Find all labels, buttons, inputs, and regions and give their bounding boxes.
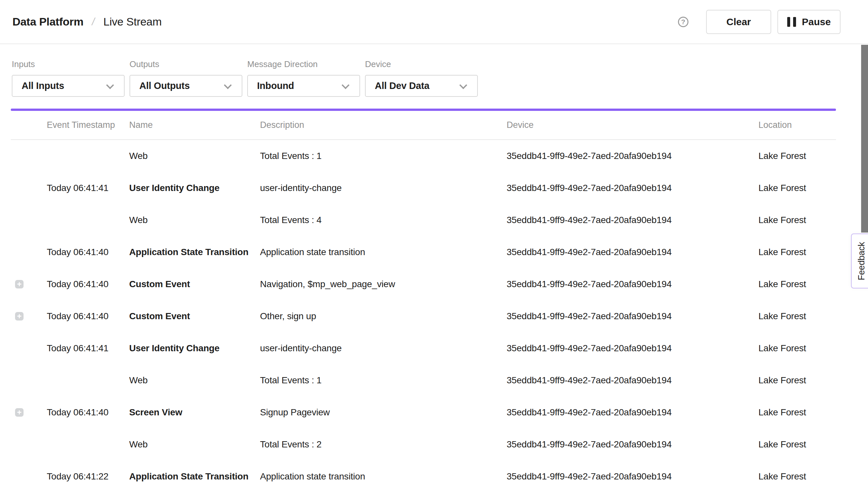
table-row: + Web Total Events : 1 35eddb41-9ff9-49e… (11, 140, 836, 172)
event-timestamp-cell: Today 06:41:41 (47, 183, 129, 193)
event-location-cell: Lake Forest (758, 183, 836, 193)
top-bar: Data Platform / Live Stream ? Clear Paus… (0, 0, 868, 44)
event-device-cell: 35eddb41-9ff9-49e2-7aed-20afa90eb194 (506, 311, 758, 322)
event-timestamp-cell: Today 06:41:40 (47, 407, 129, 418)
column-header-event-timestamp: Event Timestamp (47, 120, 129, 130)
event-timestamp-cell: Today 06:41:41 (47, 343, 129, 354)
device-filter-label: Device (365, 60, 478, 69)
feedback-tab-label: Feedback (857, 242, 867, 280)
event-name-cell: Custom Event (129, 279, 260, 290)
event-description-cell: Signup Pageview (260, 407, 506, 418)
table-row: + Today 06:41:40 Application State Trans… (11, 236, 836, 268)
vertical-scrollbar-thumb[interactable] (861, 45, 868, 233)
filter-group-outputs: Outputs All Outputs (129, 60, 242, 97)
chevron-down-icon (459, 81, 467, 89)
event-name-cell: Custom Event (129, 311, 260, 322)
event-device-cell: 35eddb41-9ff9-49e2-7aed-20afa90eb194 (506, 151, 758, 161)
filter-group-device: Device All Dev Data (365, 60, 478, 97)
event-device-cell: 35eddb41-9ff9-49e2-7aed-20afa90eb194 (506, 343, 758, 354)
expand-row-button[interactable]: + (15, 408, 24, 417)
breadcrumb-section[interactable]: Data Platform (12, 16, 84, 28)
event-device-cell: 35eddb41-9ff9-49e2-7aed-20afa90eb194 (506, 375, 758, 386)
expander-cell: + (11, 152, 47, 160)
event-name-cell: Screen View (129, 407, 260, 418)
message-direction-filter-dropdown[interactable]: Inbound (247, 75, 360, 97)
event-location-cell: Lake Forest (758, 375, 836, 386)
event-location-cell: Lake Forest (758, 343, 836, 354)
event-location-cell: Lake Forest (758, 439, 836, 450)
expander-cell: + (11, 472, 47, 481)
expander-cell: + (11, 280, 47, 288)
table-row: + Web Total Events : 2 35eddb41-9ff9-49e… (11, 428, 836, 460)
event-location-cell: Lake Forest (758, 407, 836, 418)
expand-row-button[interactable]: + (15, 280, 24, 288)
feedback-tab[interactable]: Feedback (851, 234, 868, 288)
table-row: + Today 06:41:40 Custom Event Navigation… (11, 268, 836, 300)
event-description-cell: Total Events : 4 (260, 215, 506, 225)
event-name-cell: Web (129, 439, 260, 450)
clear-button[interactable]: Clear (706, 10, 771, 34)
event-name-cell: Application State Transition (129, 471, 260, 482)
event-device-cell: 35eddb41-9ff9-49e2-7aed-20afa90eb194 (506, 471, 758, 482)
event-table-header: Event Timestamp Name Description Device … (11, 111, 836, 140)
chevron-down-icon (341, 81, 349, 89)
event-location-cell: Lake Forest (758, 247, 836, 257)
table-row: + Today 06:41:41 User Identity Change us… (11, 172, 836, 204)
expander-cell: + (11, 248, 47, 256)
filters-row: Inputs All Inputs Outputs All Outputs Me… (0, 44, 868, 97)
column-header-location: Location (758, 120, 836, 130)
chevron-down-icon (106, 81, 114, 89)
event-device-cell: 35eddb41-9ff9-49e2-7aed-20afa90eb194 (506, 215, 758, 225)
pause-icon (787, 17, 796, 27)
event-location-cell: Lake Forest (758, 311, 836, 322)
topbar-actions: ? Clear Pause (678, 10, 868, 34)
event-device-cell: 35eddb41-9ff9-49e2-7aed-20afa90eb194 (506, 407, 758, 418)
event-location-cell: Lake Forest (758, 151, 836, 161)
pause-button-label: Pause (802, 17, 831, 28)
event-device-cell: 35eddb41-9ff9-49e2-7aed-20afa90eb194 (506, 279, 758, 290)
event-name-cell: Web (129, 215, 260, 225)
table-row: + Today 06:41:22 Application State Trans… (11, 460, 836, 486)
event-location-cell: Lake Forest (758, 215, 836, 225)
event-description-cell: user-identity-change (260, 183, 506, 193)
event-timestamp-cell: Today 06:41:40 (47, 279, 129, 290)
event-description-cell: Other, sign up (260, 311, 506, 322)
inputs-filter-dropdown[interactable]: All Inputs (12, 75, 125, 97)
event-name-cell: Web (129, 151, 260, 161)
pause-button[interactable]: Pause (777, 10, 840, 34)
expand-row-button[interactable]: + (15, 312, 24, 321)
event-name-cell: User Identity Change (129, 183, 260, 193)
filter-group-inputs: Inputs All Inputs (12, 60, 125, 97)
outputs-filter-value: All Outputs (139, 81, 190, 91)
breadcrumb-separator: / (91, 16, 96, 28)
event-description-cell: Total Events : 1 (260, 375, 506, 386)
table-row: + Web Total Events : 4 35eddb41-9ff9-49e… (11, 204, 836, 236)
stream-progress-bar (11, 109, 836, 111)
message-direction-filter-value: Inbound (257, 81, 294, 91)
filter-group-message-direction: Message Direction Inbound (247, 60, 360, 97)
help-icon[interactable]: ? (678, 17, 688, 27)
event-description-cell: Application state transition (260, 471, 506, 482)
outputs-filter-label: Outputs (129, 60, 242, 69)
message-direction-filter-label: Message Direction (247, 60, 360, 69)
event-device-cell: 35eddb41-9ff9-49e2-7aed-20afa90eb194 (506, 439, 758, 450)
outputs-filter-dropdown[interactable]: All Outputs (129, 75, 242, 97)
expander-cell: + (11, 184, 47, 192)
expander-cell: + (11, 216, 47, 224)
device-filter-dropdown[interactable]: All Dev Data (365, 75, 478, 97)
event-name-cell: Application State Transition (129, 247, 260, 257)
event-timestamp-cell: Today 06:41:40 (47, 247, 129, 257)
inputs-filter-value: All Inputs (22, 81, 64, 91)
event-name-cell: Web (129, 375, 260, 386)
event-description-cell: Total Events : 1 (260, 151, 506, 161)
table-row: + Web Total Events : 1 35eddb41-9ff9-49e… (11, 364, 836, 396)
event-location-cell: Lake Forest (758, 279, 836, 290)
expander-cell: + (11, 312, 47, 321)
event-device-cell: 35eddb41-9ff9-49e2-7aed-20afa90eb194 (506, 183, 758, 193)
event-description-cell: Navigation, $mp_web_page_view (260, 279, 506, 290)
page-title: Live Stream (103, 16, 161, 28)
event-description-cell: user-identity-change (260, 343, 506, 354)
column-header-name: Name (129, 120, 260, 130)
inputs-filter-label: Inputs (12, 60, 125, 69)
event-device-cell: 35eddb41-9ff9-49e2-7aed-20afa90eb194 (506, 247, 758, 257)
